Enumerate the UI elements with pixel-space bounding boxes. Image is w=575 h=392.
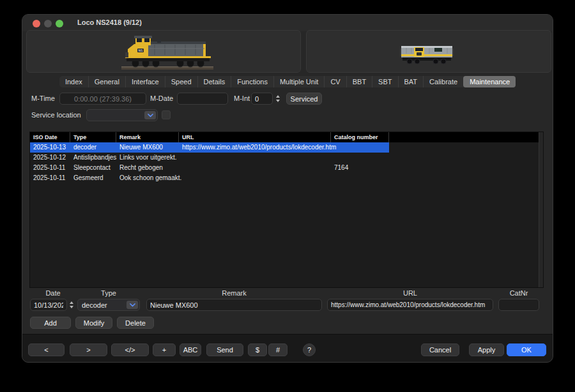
- serviced-button[interactable]: Serviced: [286, 93, 322, 105]
- column-header-url[interactable]: URL: [179, 132, 331, 142]
- tab-bat[interactable]: BAT: [398, 76, 424, 87]
- tab-bar: Index General Interface Speed Details Fu…: [22, 76, 553, 87]
- column-header-spacer: [389, 132, 539, 142]
- service-location-extra-button[interactable]: [162, 110, 171, 119]
- m-time-input[interactable]: [59, 93, 146, 105]
- loco-window: Loco NS2418 (9/12): [22, 14, 553, 363]
- editor-type-value: decoder: [78, 301, 126, 309]
- plus-button[interactable]: +: [153, 343, 176, 356]
- cell-remark: Recht gebogen: [119, 163, 163, 173]
- table-row[interactable]: 2025-10-11 Sleepcontact Recht gebogen 71…: [30, 163, 539, 173]
- locomotive-photo-large: NS: [120, 33, 215, 72]
- table-row[interactable]: 2025-10-11 Gesmeerd Ook schoon gemaakt.: [30, 173, 539, 183]
- service-location-label: Service location: [31, 109, 81, 121]
- tab-details[interactable]: Details: [197, 76, 231, 87]
- editor-type-label: Type: [77, 289, 140, 297]
- m-int-label: M-Int: [234, 93, 250, 104]
- table-header: ISO Date Type Remark URL Catalog number: [30, 132, 543, 142]
- cell-type: Sleepcontact: [73, 163, 111, 173]
- editor-url-input[interactable]: [327, 299, 493, 311]
- svg-text:NS: NS: [139, 49, 143, 52]
- abc-button[interactable]: ABC: [180, 343, 201, 356]
- tab-bbt[interactable]: BBT: [346, 76, 372, 87]
- service-location-combo[interactable]: [86, 109, 158, 121]
- column-header-catalog-number[interactable]: Catalog number: [331, 132, 389, 142]
- cell-url: https://www.zimo.at/web2010/products/lok…: [182, 142, 336, 153]
- window-title: Loco NS2418 (9/12): [77, 19, 142, 26]
- editor-catnr-input[interactable]: [498, 299, 539, 311]
- m-date-label: M-Date: [150, 93, 173, 104]
- chevron-down-icon: [144, 111, 156, 119]
- table-row[interactable]: 2025-10-12 Antislipbandjes Links voor ui…: [30, 153, 539, 163]
- stepper-down-icon: [70, 306, 73, 308]
- stepper-up-icon: [70, 301, 73, 304]
- editor-type-combo[interactable]: decoder: [77, 299, 140, 311]
- column-header-remark[interactable]: Remark: [116, 132, 179, 142]
- cell-iso-date: 2025-10-11: [33, 173, 65, 183]
- chevron-down-icon: [126, 301, 138, 309]
- tab-index[interactable]: Index: [59, 76, 88, 87]
- stepper-up-icon: [276, 95, 280, 98]
- zoom-button[interactable]: [56, 20, 63, 27]
- m-int-input[interactable]: [251, 93, 273, 105]
- m-time-label: M-Time: [31, 93, 55, 104]
- stepper-down-icon: [276, 100, 280, 102]
- tab-cv[interactable]: CV: [324, 76, 346, 87]
- table-body: 2025-10-13 decoder Nieuwe MX600 https://…: [30, 142, 539, 183]
- modify-button[interactable]: Modify: [75, 317, 112, 329]
- tab-multiple-unit[interactable]: Multiple Unit: [273, 76, 325, 87]
- table-row[interactable]: 2025-10-13 decoder Nieuwe MX600 https://…: [30, 142, 539, 153]
- tab-functions[interactable]: Functions: [231, 76, 273, 87]
- tab-calibrate[interactable]: Calibrate: [423, 76, 463, 87]
- loco-photo-panel-small: [306, 30, 551, 73]
- send-button[interactable]: Send: [206, 343, 243, 356]
- cell-catnr: 7164: [334, 163, 348, 173]
- dollar-button[interactable]: $: [248, 343, 267, 356]
- column-header-iso-date[interactable]: ISO Date: [30, 132, 70, 142]
- delete-button[interactable]: Delete: [117, 317, 154, 329]
- editor-date-stepper[interactable]: [68, 299, 75, 310]
- titlebar: Loco NS2418 (9/12): [22, 15, 553, 31]
- cell-type: Gesmeerd: [73, 173, 103, 183]
- editor-catnr-label: CatNr: [498, 289, 539, 297]
- tab-speed[interactable]: Speed: [165, 76, 197, 87]
- next-loco-button[interactable]: >: [70, 343, 107, 356]
- cell-type: Antislipbandjes: [73, 153, 116, 163]
- close-button[interactable]: [33, 20, 40, 27]
- tab-maintenance[interactable]: Maintenance: [463, 76, 516, 87]
- maintenance-table: ISO Date Type Remark URL Catalog number …: [29, 132, 544, 288]
- hash-button[interactable]: #: [268, 343, 288, 356]
- editor-date-label: Date: [30, 289, 76, 297]
- locomotive-photo-small: [397, 42, 456, 66]
- add-button[interactable]: Add: [30, 317, 71, 329]
- previous-loco-button[interactable]: <: [28, 343, 65, 356]
- editor-date-input[interactable]: [30, 299, 67, 311]
- loco-photo-panel-large: NS: [26, 30, 301, 73]
- editor-remark-label: Remark: [146, 289, 322, 297]
- code-button[interactable]: </>: [111, 343, 149, 356]
- cell-iso-date: 2025-10-11: [33, 163, 65, 173]
- m-int-stepper[interactable]: [274, 93, 282, 104]
- editor-remark-input[interactable]: [146, 299, 322, 311]
- minimize-button[interactable]: [44, 20, 52, 27]
- column-header-type[interactable]: Type: [70, 132, 116, 142]
- cell-remark: Links voor uitgerekt.: [119, 153, 177, 163]
- editor-url-label: URL: [327, 289, 493, 297]
- footer-bar: < > </> + ABC Send $ # ? Cancel Apply OK: [22, 334, 553, 363]
- ok-button[interactable]: OK: [507, 343, 546, 356]
- m-date-input[interactable]: [177, 93, 228, 105]
- table-scrollbar[interactable]: [539, 132, 543, 287]
- tab-interface[interactable]: Interface: [125, 76, 165, 87]
- cell-iso-date: 2025-10-13: [33, 142, 66, 153]
- cell-remark: Ook schoon gemaakt.: [119, 173, 181, 183]
- tab-sbt[interactable]: SBT: [372, 76, 397, 87]
- help-button[interactable]: ?: [303, 343, 316, 356]
- tab-general[interactable]: General: [88, 76, 125, 87]
- cell-remark: Nieuwe MX600: [119, 142, 163, 153]
- cell-type: decoder: [73, 142, 96, 153]
- cell-iso-date: 2025-10-12: [33, 153, 66, 163]
- cancel-button[interactable]: Cancel: [421, 343, 459, 356]
- apply-button[interactable]: Apply: [469, 343, 504, 356]
